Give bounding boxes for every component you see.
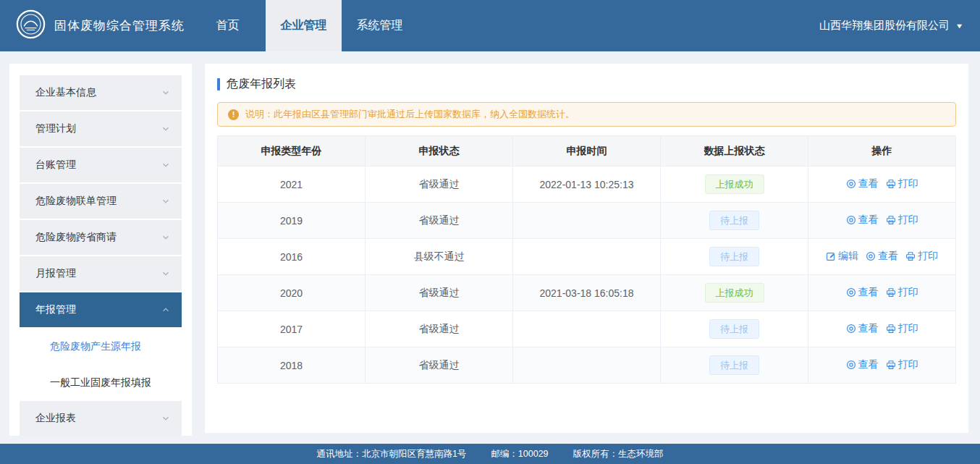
action-label: 打印 [898, 322, 918, 335]
cell-upload-status: 上报成功 [661, 166, 808, 203]
table-row: 2019省级通过待上报查看打印 [218, 203, 956, 239]
cell-declare-time: 2021-03-18 16:05:18 [513, 275, 661, 311]
view-icon [846, 360, 856, 370]
view-link[interactable]: 查看 [846, 358, 879, 371]
view-icon [846, 215, 856, 225]
chevron-down-icon [161, 125, 170, 133]
app-title: 固体废物综合管理系统 [54, 17, 185, 34]
app-logo-icon [16, 9, 46, 42]
chevron-down-icon [161, 161, 170, 169]
action-label: 打印 [898, 358, 918, 371]
cell-year: 2016 [218, 239, 366, 275]
cell-year: 2019 [218, 203, 366, 239]
cell-year: 2017 [218, 311, 366, 347]
annual-report-table: 申报类型年份申报状态申报时间数据上报状态操作 2021省级通过2022-01-1… [217, 135, 956, 384]
print-link[interactable]: 打印 [886, 358, 918, 371]
brand: 固体废物综合管理系统 [0, 0, 190, 51]
nav-tab[interactable]: 首页 [190, 0, 266, 51]
nav-tab[interactable]: 系统管理 [342, 0, 418, 51]
print-link[interactable]: 打印 [905, 250, 938, 263]
sidebar-item[interactable]: 危险废物联单管理 [20, 184, 182, 219]
print-icon [886, 215, 896, 225]
action-label: 查看 [878, 250, 898, 263]
cell-declare-time [513, 347, 661, 384]
cell-declare-status: 县级不通过 [366, 239, 513, 275]
edit-link[interactable]: 编辑 [826, 250, 858, 263]
view-link[interactable]: 查看 [846, 177, 879, 190]
caret-down-icon: ▼ [955, 22, 964, 30]
action-label: 查看 [858, 214, 879, 227]
action-label: 查看 [858, 358, 879, 371]
sidebar-item[interactable]: 危险废物跨省商请 [20, 220, 182, 255]
account-menu[interactable]: 山西华翔集团股份有限公司 ▼ [819, 0, 980, 51]
upload-status-badge: 上报成功 [705, 283, 764, 303]
sidebar-subitem[interactable]: 危险废物产生源年报 [9, 329, 192, 365]
table-row: 2016县级不通过待上报编辑查看打印 [218, 239, 956, 275]
table-header-row: 申报类型年份申报状态申报时间数据上报状态操作 [218, 136, 956, 166]
print-link[interactable]: 打印 [886, 177, 918, 190]
upload-status-badge: 待上报 [709, 211, 759, 230]
sidebar-item-label: 危险废物跨省商请 [35, 231, 117, 244]
view-link[interactable]: 查看 [846, 322, 879, 335]
cell-declare-status: 省级通过 [366, 275, 513, 311]
action-label: 打印 [898, 177, 918, 190]
company-name: 山西华翔集团股份有限公司 [819, 19, 950, 33]
print-link[interactable]: 打印 [886, 214, 918, 227]
cell-year: 2020 [218, 275, 366, 311]
column-header: 操作 [808, 136, 956, 166]
cell-upload-status: 待上报 [661, 203, 808, 239]
print-link[interactable]: 打印 [886, 286, 918, 299]
sidebar-subitem[interactable]: 一般工业固废年报填报 [9, 365, 192, 401]
table-row: 2020省级通过2021-03-18 16:05:18上报成功查看打印 [218, 275, 956, 311]
print-icon [905, 251, 916, 261]
cell-actions: 查看打印 [808, 311, 956, 347]
sidebar-item-label: 危险废物联单管理 [35, 195, 117, 208]
action-label: 查看 [858, 286, 879, 299]
sidebar-item-label: 台账管理 [35, 159, 76, 172]
sidebar-item[interactable]: 企业报表 [20, 401, 182, 436]
table-row: 2021省级通过2022-01-13 10:25:13上报成功查看打印 [218, 166, 956, 203]
cell-year: 2021 [218, 166, 366, 203]
top-navbar: 固体废物综合管理系统 首页企业管理系统管理 山西华翔集团股份有限公司 ▼ [0, 0, 980, 51]
sidebar-item[interactable]: 月报管理 [20, 256, 182, 291]
print-icon [886, 287, 896, 298]
sidebar-item-label: 年报管理 [35, 303, 76, 316]
view-link[interactable]: 查看 [846, 214, 879, 227]
print-link[interactable]: 打印 [886, 322, 918, 335]
action-label: 编辑 [838, 250, 858, 263]
upload-status-badge: 待上报 [709, 247, 759, 266]
view-link[interactable]: 查看 [846, 286, 879, 299]
sidebar-item[interactable]: 台账管理 [20, 148, 182, 182]
column-header: 申报时间 [513, 136, 661, 166]
cell-declare-time [513, 203, 661, 239]
sidebar-item-label: 管理计划 [35, 122, 76, 135]
chevron-down-icon [161, 269, 170, 278]
sidebar-item-label: 企业报表 [35, 412, 76, 425]
cell-declare-time [513, 239, 661, 275]
cell-upload-status: 待上报 [661, 347, 808, 384]
sidebar: 企业基本信息管理计划台账管理危险废物联单管理危险废物跨省商请月报管理年报管理危险… [9, 64, 192, 436]
print-icon [886, 360, 896, 370]
sidebar-item[interactable]: 企业基本信息 [20, 75, 182, 110]
cell-declare-status: 省级通过 [366, 347, 513, 384]
action-label: 打印 [898, 214, 918, 227]
column-header: 申报类型年份 [218, 136, 366, 166]
footer-postcode: 邮编：100029 [491, 448, 548, 460]
column-header: 数据上报状态 [661, 136, 808, 166]
view-icon [846, 287, 856, 298]
sidebar-item[interactable]: 管理计划 [20, 111, 182, 146]
table-body: 2021省级通过2022-01-13 10:25:13上报成功查看打印2019省… [218, 166, 956, 384]
nav-tabs: 首页企业管理系统管理 [190, 0, 418, 51]
action-label: 打印 [918, 250, 938, 263]
page-footer: 通讯地址：北京市朝阳区育慧南路1号 邮编：100029 版权所有：生态环境部 [0, 444, 980, 464]
main-panel: 危废年报列表 ! 说明：此年报由区县管理部门审批通过后上传国家数据库，纳入全国数… [205, 64, 968, 433]
sidebar-item-label: 月报管理 [35, 267, 76, 280]
action-label: 查看 [858, 322, 879, 335]
cell-declare-status: 省级通过 [366, 311, 513, 347]
sidebar-item[interactable]: 年报管理 [20, 292, 182, 327]
view-link[interactable]: 查看 [866, 250, 898, 263]
table-row: 2017省级通过待上报查看打印 [218, 311, 956, 347]
page-title-row: 危废年报列表 [217, 77, 956, 92]
nav-tab-active[interactable]: 企业管理 [266, 0, 342, 51]
action-label: 打印 [898, 286, 918, 299]
